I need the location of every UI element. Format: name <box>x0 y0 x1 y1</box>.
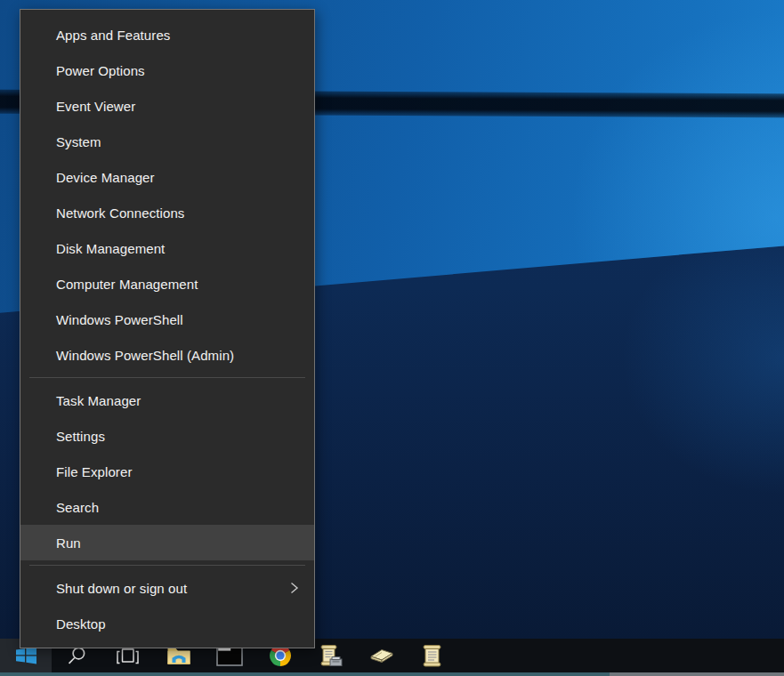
menu-item-settings[interactable]: Settings <box>20 418 314 454</box>
menu-item-label: Apps and Features <box>56 28 170 43</box>
menu-item-disk-management[interactable]: Disk Management <box>20 230 314 266</box>
chevron-right-icon <box>288 582 300 594</box>
menu-item-label: Desktop <box>56 616 106 632</box>
screen-edge-strip-gray <box>610 672 784 676</box>
menu-item-label: Task Manager <box>56 393 141 408</box>
menu-item-label: Network Connections <box>56 205 184 221</box>
menu-item-label: Settings <box>56 429 105 444</box>
menu-item-label: File Explorer <box>56 464 133 479</box>
menu-item-label: Computer Management <box>56 277 198 292</box>
book-icon <box>368 647 395 664</box>
menu-item-power-options[interactable]: Power Options <box>20 52 314 88</box>
menu-item-event-viewer[interactable]: Event Viewer <box>20 88 314 124</box>
menu-item-file-explorer[interactable]: File Explorer <box>20 454 314 489</box>
menu-item-label: Shut down or sign out <box>56 581 187 596</box>
menu-item-label: Windows PowerShell <box>56 312 183 327</box>
menu-item-network-connections[interactable]: Network Connections <box>20 195 314 230</box>
menu-item-label: Device Manager <box>56 170 155 185</box>
scroll-icon <box>422 644 443 668</box>
winx-menu: Apps and FeaturesPower OptionsEvent View… <box>20 9 315 648</box>
menu-item-desktop[interactable]: Desktop <box>20 606 314 641</box>
menu-item-apps-and-features[interactable]: Apps and Features <box>20 17 314 52</box>
menu-item-task-manager[interactable]: Task Manager <box>20 382 314 418</box>
menu-item-shut-down-or-sign-out[interactable]: Shut down or sign out <box>20 570 314 606</box>
menu-item-search[interactable]: Search <box>20 489 314 525</box>
menu-item-label: System <box>56 134 101 149</box>
menu-item-label: Run <box>56 535 81 551</box>
menu-item-label: Power Options <box>56 63 145 78</box>
screen-edge-strip-teal <box>0 672 610 676</box>
menu-item-computer-management[interactable]: Computer Management <box>20 266 314 302</box>
menu-item-windows-powershell-admin[interactable]: Windows PowerShell (Admin) <box>20 337 314 373</box>
menu-item-label: Search <box>56 500 99 515</box>
task-view-icon <box>116 647 140 665</box>
menu-item-device-manager[interactable]: Device Manager <box>20 159 314 195</box>
menu-separator <box>29 377 305 378</box>
taskbar-scroll-button[interactable] <box>407 639 457 672</box>
menu-item-label: Event Viewer <box>56 99 135 114</box>
menu-separator <box>29 565 305 566</box>
menu-item-label: Windows PowerShell (Admin) <box>56 348 234 363</box>
taskbar-book-button[interactable] <box>356 639 407 672</box>
screen-edge-strip <box>0 672 784 676</box>
menu-item-system[interactable]: System <box>20 124 314 159</box>
menu-item-label: Disk Management <box>56 241 165 256</box>
scroll-printer-icon <box>319 644 344 668</box>
menu-item-windows-powershell[interactable]: Windows PowerShell <box>20 302 314 337</box>
menu-item-run[interactable]: Run <box>20 525 314 560</box>
